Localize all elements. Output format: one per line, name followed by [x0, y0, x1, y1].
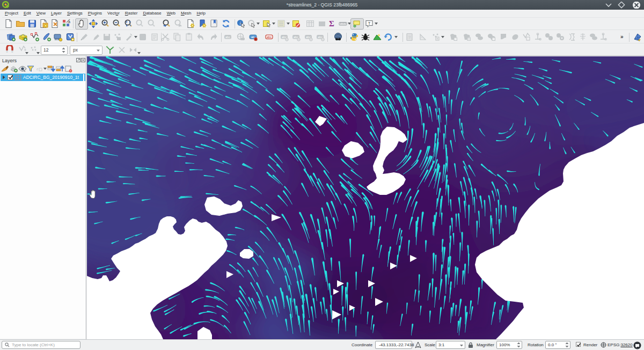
svg-text:abc: abc — [267, 35, 272, 39]
svg-text:ε: ε — [36, 66, 39, 71]
svg-text:T: T — [368, 21, 371, 26]
svg-text:?: ? — [408, 35, 411, 40]
svg-text:i: i — [239, 21, 240, 26]
svg-text:abc: abc — [225, 35, 230, 39]
svg-text:ab: ab — [251, 35, 254, 39]
svg-text:Σ: Σ — [329, 19, 334, 28]
